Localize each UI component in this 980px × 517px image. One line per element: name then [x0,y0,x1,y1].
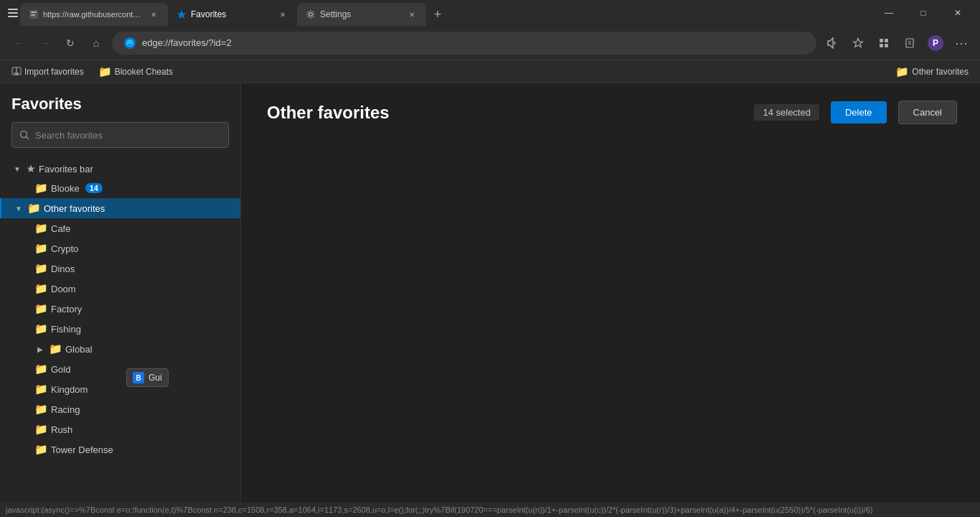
bookmark-other-favorites[interactable]: 📁 Other favorites [890,64,974,80]
search-box[interactable] [11,122,229,148]
factory-folder-icon: 📁 [34,302,48,315]
tab-favicon-favorites [176,9,187,19]
search-icon [19,130,29,140]
tab-label-settings: Settings [320,9,351,19]
other-favorites-folder-icon: 📁 [27,202,41,215]
close-button[interactable]: ✕ [941,1,974,24]
tree-item-dinos[interactable]: 📁 Dinos [11,258,240,279]
tree-item-other-favorites[interactable]: ▼ 📁 Other favorites [0,198,240,218]
window-menu-icon[interactable] [6,6,20,20]
delete-button[interactable]: Delete [831,101,887,124]
tab-close-github[interactable]: ✕ [148,9,159,20]
svg-rect-2 [8,16,18,17]
cafe-label: Cafe [51,223,70,234]
kingdom-folder-icon: 📁 [34,383,48,396]
tree-item-doom[interactable]: 📁 Doom [11,279,240,299]
svg-rect-14 [906,39,913,47]
tooltip-popup: B Gui [126,368,169,387]
home-button[interactable]: ⌂ [86,33,106,53]
svg-rect-1 [8,12,18,14]
other-favorites-bbar-label: Other favorites [912,67,969,77]
tab-favicon-settings [306,9,316,19]
svg-marker-20 [27,165,35,173]
tab-close-settings[interactable]: ✕ [406,9,418,20]
tab-close-favorites[interactable]: ✕ [277,9,288,20]
forward-button[interactable]: → [34,33,55,53]
svg-line-19 [27,137,29,140]
favorites-icon[interactable] [848,33,868,53]
refresh-button[interactable]: ↻ [60,33,80,53]
tooltip-favicon: B [133,372,144,383]
title-bar-left [6,6,20,20]
settings-more-icon[interactable]: ⋯ [951,33,971,53]
content-area: Other favorites 14 selected Delete Cance… [244,83,980,517]
bookmarks-bar: Import favorites 📁 Blooket Cheats 📁 Othe… [0,60,980,83]
crypto-folder-icon: 📁 [34,242,48,255]
svg-point-18 [21,131,27,138]
selected-count-badge: 14 selected [754,104,819,121]
bookmark-blooket-cheats[interactable]: 📁 Blooket Cheats [93,64,179,80]
tabs-container: https://raw.githubusercontent.c... ✕ Fav… [20,0,872,26]
favorites-bar-star-icon [26,164,36,174]
cancel-button[interactable]: Cancel [898,101,957,124]
tree-item-factory[interactable]: 📁 Factory [11,299,240,319]
import-favorites-label: Import favorites [24,67,84,77]
address-input-container[interactable]: edge://favorites/?id=2 [112,32,816,55]
new-tab-button[interactable]: + [426,3,449,26]
tree-item-fishing[interactable]: 📁 Fishing [11,319,240,339]
global-toggle[interactable]: ▶ [34,343,46,355]
blooke-badge: 14 [85,183,103,193]
tab-favorites[interactable]: Favorites ✕ [168,3,297,26]
svg-marker-6 [177,10,187,19]
collections-icon[interactable] [900,33,920,53]
kingdom-label: Kingdom [51,384,88,395]
content-header: Other favorites 14 selected Delete Cance… [267,101,957,124]
tree-item-crypto[interactable]: 📁 Crypto [11,238,240,258]
tree-item-tower-defense[interactable]: 📁 Tower Defense [11,439,240,460]
browser-essentials-icon[interactable] [874,33,894,53]
address-text: edge://favorites/?id=2 [142,37,232,48]
tab-github[interactable]: https://raw.githubusercontent.c... ✕ [20,3,168,26]
fishing-folder-icon: 📁 [34,322,48,335]
blooke-folder-icon: 📁 [34,182,48,195]
read-aloud-icon[interactable] [822,33,842,53]
favorites-bar-label: Favorites bar [39,164,93,174]
svg-rect-5 [31,14,35,16]
doom-folder-icon: 📁 [34,282,48,295]
bookmark-import-favorites[interactable]: Import favorites [6,65,90,78]
minimize-button[interactable]: — [872,1,905,24]
tab-label-github: https://raw.githubusercontent.c... [43,10,143,19]
racing-label: Racing [51,404,80,415]
tower-defense-label: Tower Defense [51,444,113,455]
tree-item-rush[interactable]: 📁 Rush [11,419,240,439]
tab-settings[interactable]: Settings ✕ [297,3,426,26]
tab-label-favorites: Favorites [191,9,226,19]
favorites-tree: ▼ Favorites bar 📁 Blooke 14 B Gui [0,159,240,460]
window-controls: — □ ✕ [872,1,974,24]
search-input[interactable] [35,130,221,141]
maximize-button[interactable]: □ [907,1,940,24]
tab-favicon-github [29,9,39,19]
blooke-label: Blooke [51,183,80,194]
crypto-label: Crypto [51,243,78,254]
tree-item-racing[interactable]: 📁 Racing [11,399,240,419]
back-button[interactable]: ← [9,33,29,53]
tree-item-favorites-bar[interactable]: ▼ Favorites bar [0,159,240,178]
svg-point-7 [309,13,313,17]
status-text: javascript:(async()=>%7Bconst e=o;!funct… [6,506,872,514]
sidebar: Favorites ▼ Favorites bar 📁 Blooke 14 [0,83,241,517]
tree-item-blooke[interactable]: 📁 Blooke 14 B Gui [11,178,240,198]
import-favorites-icon [11,67,22,77]
blooket-cheats-label: Blooket Cheats [115,67,173,77]
cafe-folder-icon: 📁 [34,222,48,235]
favorites-bar-children: 📁 Blooke 14 B Gui [0,178,240,198]
factory-label: Factory [51,304,82,315]
tree-item-global[interactable]: ▶ 📁 Global [11,339,240,359]
favorites-bar-toggle[interactable]: ▼ [11,163,23,174]
address-bar: ← → ↻ ⌂ edge://favorites/?id=2 P ⋯ [0,26,980,60]
profile-icon[interactable]: P [925,33,946,53]
gold-folder-icon: 📁 [34,363,48,376]
tree-item-cafe[interactable]: 📁 Cafe [11,218,240,238]
rush-label: Rush [51,424,72,435]
other-favorites-toggle[interactable]: ▼ [13,202,24,214]
